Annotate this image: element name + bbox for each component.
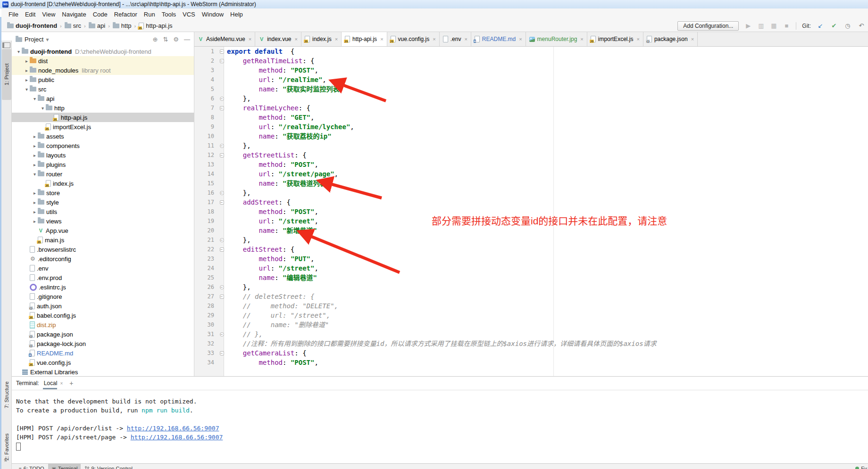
tree-row-importexcel-js[interactable]: JSimportExcel.js xyxy=(12,122,194,132)
tree-row-app-vue[interactable]: VApp.vue xyxy=(12,226,194,235)
code-line[interactable]: 17− addStreet: { xyxy=(194,197,868,207)
code-line[interactable]: 27− // deleteStreet: { xyxy=(194,292,868,301)
tree-row-package-lock-json[interactable]: {}package-lock.json xyxy=(12,339,194,348)
editor-tab-package-json[interactable]: {}package.json× xyxy=(643,32,698,46)
code-line[interactable]: 24 url: "/street", xyxy=(194,263,868,273)
stop-button-icon[interactable]: ■ xyxy=(783,22,790,29)
tree-row-auth-json[interactable]: {}auth.json xyxy=(12,301,194,311)
tree-row-readme-md[interactable]: MREADME.md xyxy=(12,348,194,358)
code-line[interactable]: 33− getCameraList: { xyxy=(194,348,868,358)
fold-close-icon[interactable]: − xyxy=(220,191,224,195)
terminal-tab-close-icon[interactable]: × xyxy=(60,381,63,386)
fold-close-icon[interactable]: − xyxy=(220,238,224,242)
tree-row-style[interactable]: ▸style xyxy=(12,197,194,207)
breadcrumb-item-http-api-js[interactable]: JShttp-api.js xyxy=(138,22,173,30)
tree-row--gitignore[interactable]: .gitignore xyxy=(12,292,194,301)
git-commit-button-icon[interactable]: ✔ xyxy=(830,22,838,29)
breadcrumb-item-http[interactable]: http xyxy=(112,22,133,30)
fold-open-icon[interactable]: − xyxy=(220,106,224,110)
tree-row-external-libraries[interactable]: External Libraries xyxy=(12,367,194,376)
tree-chevron-icon[interactable]: ▾ xyxy=(24,87,30,92)
event-log-indicator[interactable]: Ev xyxy=(855,464,868,469)
breadcrumb-item-src[interactable]: src xyxy=(64,22,82,30)
tree-row-src[interactable]: ▾src xyxy=(12,84,194,94)
fold-open-icon[interactable]: − xyxy=(220,247,224,252)
tree-chevron-icon[interactable]: ▸ xyxy=(32,190,38,196)
code-line[interactable]: 31− // }, xyxy=(194,329,868,339)
code-line[interactable]: 2− getRealTimeList: { xyxy=(194,56,868,66)
tree-row-components[interactable]: ▸components xyxy=(12,141,194,150)
tree-chevron-icon[interactable]: ▸ xyxy=(24,77,30,82)
code-line[interactable]: 15 name: "获取巷道列表" xyxy=(194,179,868,188)
code-line[interactable]: 4 url: "/realTime", xyxy=(194,75,868,84)
tree-row-views[interactable]: ▸views xyxy=(12,216,194,226)
code-line[interactable]: 34 method: "POST", xyxy=(194,358,868,367)
editor-tab-importexcel-js[interactable]: JSimportExcel.js× xyxy=(587,32,643,46)
code-line[interactable]: 22− editStreet: { xyxy=(194,245,868,254)
tree-row-utils[interactable]: ▸utils xyxy=(12,207,194,216)
tree-chevron-icon[interactable]: ▸ xyxy=(32,219,38,224)
code-line[interactable]: 11− }, xyxy=(194,141,868,150)
new-terminal-button[interactable]: + xyxy=(67,379,75,387)
run-button-icon[interactable]: ▶ xyxy=(744,22,752,29)
terminal-link[interactable]: http://192.168.66.56:9007 xyxy=(131,434,223,441)
status-item-9-version-control[interactable]: 9: Version Control xyxy=(82,464,135,469)
menu-item-vcs[interactable]: VCS xyxy=(179,10,199,19)
tree-chevron-icon[interactable]: ▸ xyxy=(24,58,30,64)
tree-chevron-icon[interactable]: ▸ xyxy=(32,209,38,214)
menu-item-navigate[interactable]: Navigate xyxy=(58,10,89,19)
fold-open-icon[interactable]: − xyxy=(220,49,224,54)
tree-row-store[interactable]: ▸store xyxy=(12,188,194,197)
code-line[interactable]: 30 // name: "删除巷道" xyxy=(194,320,868,329)
fold-open-icon[interactable]: − xyxy=(220,59,224,63)
editor-tab-index-vue[interactable]: Vindex.vue× xyxy=(255,32,301,46)
tree-chevron-icon[interactable]: ▸ xyxy=(24,68,30,73)
code-line[interactable]: 1−export default { xyxy=(194,47,868,56)
collapse-all-icon[interactable]: ⇅ xyxy=(163,36,168,43)
title-bar[interactable]: WS duoji-frontend [D:\zheheWeb\duoji-fro… xyxy=(0,0,868,8)
tree-row-duoji-frontend[interactable]: ▾duoji-frontendD:\zheheWeb\duoji-fronten… xyxy=(12,47,194,56)
breadcrumb-item-duoji-frontend[interactable]: duoji-frontend xyxy=(6,22,58,30)
status-item-terminal[interactable]: ▣Terminal xyxy=(48,464,81,469)
tree-row-http-api-js[interactable]: JShttp-api.js xyxy=(12,113,194,122)
tab-close-icon[interactable]: × xyxy=(380,36,383,42)
editor-tab-vue-config-js[interactable]: JSvue.config.js× xyxy=(387,32,440,46)
menu-item-tools[interactable]: Tools xyxy=(159,10,179,19)
add-configuration-button[interactable]: Add Configuration... xyxy=(677,21,739,31)
tab-close-icon[interactable]: × xyxy=(580,36,583,42)
chevron-down-icon[interactable]: ▾ xyxy=(46,36,49,43)
terminal-output[interactable]: Note that the development build is not o… xyxy=(12,390,868,451)
menu-item-file[interactable]: File xyxy=(5,10,22,19)
favorites-star-icon[interactable]: ★ xyxy=(3,457,8,463)
tab-close-icon[interactable]: × xyxy=(335,36,338,42)
tree-row-babel-config-js[interactable]: JSbabel.config.js xyxy=(12,311,194,320)
code-line[interactable]: 23 method: "PUT", xyxy=(194,254,868,263)
code-line[interactable]: 25 name: "编辑巷道" xyxy=(194,273,868,282)
tree-chevron-icon[interactable]: ▾ xyxy=(16,49,22,54)
tree-row-plugins[interactable]: ▸plugins xyxy=(12,160,194,169)
fold-close-icon[interactable]: − xyxy=(220,285,224,289)
tool-tab-7-structure[interactable]: 7: Structure xyxy=(2,370,11,420)
editor-tab-asidemenu-vue[interactable]: VAsideMenu.vue× xyxy=(194,32,255,46)
editor-tab-readme-md[interactable]: MREADME.md× xyxy=(471,32,526,46)
project-header-label[interactable]: Project xyxy=(25,36,43,43)
tree-row--env-prod[interactable]: .env.prod xyxy=(12,273,194,282)
tree-row-router[interactable]: ▾router xyxy=(12,169,194,179)
tab-close-icon[interactable]: × xyxy=(433,36,435,42)
code-line[interactable]: 3 method: "POST", xyxy=(194,66,868,75)
locate-file-icon[interactable]: ⊕ xyxy=(153,36,158,43)
tree-chevron-icon[interactable]: ▸ xyxy=(32,153,38,158)
code-line[interactable]: 19 url: "/street", xyxy=(194,216,868,226)
editor-tab-index-js[interactable]: JSindex.js× xyxy=(301,32,342,46)
tree-row-layouts[interactable]: ▸layouts xyxy=(12,150,194,160)
tree-row-package-json[interactable]: {}package.json xyxy=(12,329,194,339)
gear-icon[interactable]: ⚙ xyxy=(173,36,179,43)
run-with-coverage-button-icon[interactable]: ▦ xyxy=(770,22,777,29)
tree-chevron-icon[interactable]: ▾ xyxy=(32,172,38,177)
code-line[interactable]: 18 method: "POST", xyxy=(194,207,868,216)
code-line[interactable]: 13 method: "POST", xyxy=(194,160,868,169)
tree-row--env[interactable]: .env xyxy=(12,263,194,273)
tool-windows-icon[interactable] xyxy=(2,42,10,48)
tree-row-http[interactable]: ▾http xyxy=(12,103,194,113)
tree-row-api[interactable]: ▾api xyxy=(12,94,194,103)
